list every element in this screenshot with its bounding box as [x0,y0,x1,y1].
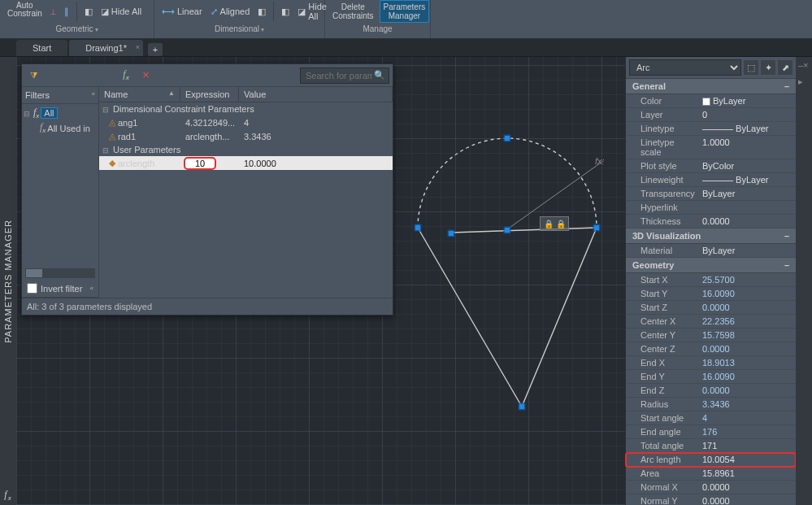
hide-all-geometric-button[interactable]: ◪Hide All [98,6,144,18]
properties-panel: Arc ⬚ ✦ ⬈ General– ColorByLayerLayer0Lin… [625,57,796,505]
prop-row[interactable]: Hyperlink [626,201,796,215]
prop-row[interactable]: Total angle171 [626,439,796,453]
section-3d-visualization[interactable]: 3D Visualization– [626,229,796,244]
prop-row[interactable]: Center Y15.7598 [626,329,796,342]
parameters-manager-panel: ⧩ fx ✕ 🔍 Filters « [21,63,393,316]
prop-row[interactable]: Lineweight ByLayer [626,173,796,187]
panel-options-icon[interactable]: ▸ [798,76,810,88]
constraint-lock-badge[interactable]: 🔒 🔒 [540,216,569,231]
prop-row[interactable]: Start Z0.0000 [626,301,796,315]
section-general[interactable]: General– [626,79,796,94]
section-geometry[interactable]: Geometry– [626,258,796,273]
pm-row[interactable]: ◬rad1arclength...3.3436 [99,129,393,143]
pm-grid: Name▲ Expression Value Dimensional Const… [99,87,393,298]
collapse-filters-icon[interactable]: « [92,90,95,100]
prop-row[interactable]: Start Y16.0090 [626,287,796,301]
prop-row[interactable]: MaterialByLayer [626,244,796,258]
panel-close-icon[interactable]: –× [798,60,810,72]
tab-start[interactable]: Start [16,40,67,56]
search-icon[interactable]: 🔍 [374,70,385,81]
lock-icon: 🔒 [544,220,554,229]
ribbon-panel-label-geometric[interactable]: Geometric [5,23,149,35]
prop-row[interactable]: Start X25.5700 [626,273,796,287]
toggle-pickadd-icon[interactable]: ✦ [761,60,775,75]
pm-row[interactable]: ◬ang14.3212849...4 [99,115,393,129]
grip-arc-mid[interactable] [505,136,510,141]
prop-row[interactable]: Center X22.2356 [626,315,796,329]
fx-annotation: fx: [595,156,605,166]
col-header-name[interactable]: Name▲ [99,87,180,102]
prop-row[interactable]: TransparencyByLayer [626,187,796,201]
drawing-canvas[interactable]: ⧩ fx ✕ 🔍 Filters « [16,57,625,505]
delete-parameter-icon[interactable]: ✕ [137,67,154,84]
group-user-params[interactable]: User Parameters [99,143,393,156]
lock-icon-2: 🔒 [556,220,566,229]
invert-filter-chevron[interactable]: « [90,285,93,292]
filter-tree-all[interactable]: fx All [24,106,97,120]
tree-expand-icon[interactable] [24,108,32,118]
prop-row[interactable]: Linetype ByLayer [626,122,796,136]
dim-icon-extra[interactable]: ◧ [255,6,268,18]
pm-filters-pane: Filters « fx All fx All Used in [22,87,99,298]
workspace: fx PARAMETERS MANAGER ⧩ fx ✕ 🔍 Filters [0,57,812,505]
filter-tree-used[interactable]: fx All Used in [24,120,97,135]
prop-row[interactable]: End angle176 [626,425,796,439]
select-objects-icon[interactable]: ⬈ [778,60,792,75]
close-tab-icon[interactable]: × [136,43,140,51]
svg-line-0 [418,228,522,407]
grip-arc-start[interactable] [415,225,421,231]
grip-arc-end[interactable] [594,225,600,231]
pm-row-arclength[interactable]: ◆arclength 10 10.0000 [99,156,393,170]
prop-row[interactable]: Plot styleByColor [626,159,796,173]
prop-row[interactable]: Area15.8961 [626,467,796,481]
col-header-expression[interactable]: Expression [180,87,239,102]
prop-row[interactable]: End X18.9013 [626,356,796,370]
prop-row[interactable]: ColorByLayer [626,94,796,108]
col-header-value[interactable]: Value [239,87,393,102]
quick-select-icon[interactable]: ⬚ [744,60,758,75]
grip-apex[interactable] [519,404,525,410]
arclength-expression-input[interactable]: 10 [185,159,215,168]
prop-row[interactable]: Thickness0.0000 [626,215,796,229]
hide-all-dimensional-button[interactable]: ◪Hide All [295,1,329,22]
parameters-manager-sidebar-label[interactable]: fx PARAMETERS MANAGER [0,57,16,505]
show-hide-dropdown[interactable]: ◧ [82,6,95,18]
geo-constraint-icon-2[interactable]: ∥ [62,6,72,18]
pm-grid-header: Name▲ Expression Value [99,87,393,102]
parameters-manager-button[interactable]: Parameters Manager [380,0,430,23]
ribbon-panel-label-dimensional[interactable]: Dimensional [159,23,319,35]
document-tabs: Start Drawing1* × + [0,39,812,57]
grip-line-start[interactable] [449,231,454,237]
tab-drawing1[interactable]: Drawing1* × [69,40,143,56]
invert-filter-label: Invert filter [41,284,82,294]
linear-button[interactable]: ⟷Linear [159,6,205,18]
new-parameter-icon[interactable]: fx [118,67,134,84]
svg-line-2 [451,228,597,233]
filter-funnel-icon[interactable]: ⧩ [25,67,41,84]
group-dimensional-params[interactable]: Dimensional Constraint Parameters [99,102,393,115]
auto-constrain-button[interactable]: Auto Constrain [5,1,45,22]
aligned-button[interactable]: ⤢Aligned [208,6,253,18]
prop-row[interactable]: Normal X0.0000 [626,481,796,494]
right-strip: –× ▸ [796,57,812,505]
new-tab-button[interactable]: + [148,43,163,56]
ribbon: Auto Constrain ⟂ ∥ ◧ ◪Hide All Geometric… [0,0,812,39]
object-type-selector[interactable]: Arc [629,59,741,76]
prop-row[interactable]: Layer0 [626,108,796,122]
prop-row[interactable]: Start angle4 [626,411,796,425]
prop-row[interactable]: Arc length10.0054 [626,453,796,467]
prop-row[interactable]: Linetype scale1.0000 [626,136,796,159]
prop-row[interactable]: End Y16.0090 [626,370,796,384]
prop-row[interactable]: Radius3.3436 [626,398,796,411]
prop-row[interactable]: End Z0.0000 [626,384,796,398]
delete-constraints-button[interactable]: Delete Constraints [330,2,376,21]
filters-scrollbar[interactable] [25,268,95,278]
pm-status-bar: All: 3 of 3 parameters displayed [22,298,393,315]
ribbon-group-manage: Delete Constraints Parameters Manager Ma… [325,0,431,38]
geo-constraint-icon-1[interactable]: ⟂ [48,6,59,17]
dim-show-hide[interactable]: ◧ [279,6,292,18]
prop-row[interactable]: Normal Y0.0000 [626,494,796,505]
invert-filter-checkbox[interactable] [27,283,37,294]
grip-center[interactable] [505,228,510,233]
prop-row[interactable]: Center Z0.0000 [626,342,796,356]
